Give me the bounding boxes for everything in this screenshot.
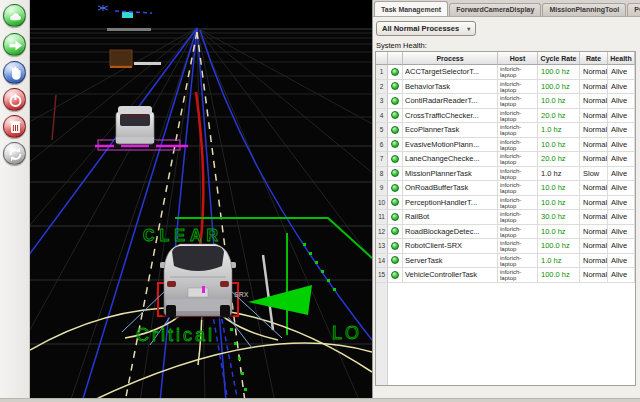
table-row[interactable]: 13 RobotClient-SRX inforich-laptop 100.0… (376, 239, 635, 254)
process-filter-dropdown[interactable]: All Normal Processes ▾ (376, 21, 476, 36)
table-header: Process Host Cycle Rate Rate Health (376, 52, 635, 65)
status-cell (388, 152, 403, 167)
health-status: Alive (608, 210, 635, 225)
status-cell (388, 109, 403, 124)
guardrail-segment (107, 28, 151, 31)
go-button[interactable] (3, 33, 26, 56)
scene-3d-viewport[interactable]: SRX CLEAR Critical LO (30, 0, 372, 402)
status-cell (388, 210, 403, 225)
status-cell (388, 65, 403, 80)
table-row[interactable]: 14 ServerTask inforich-laptop 1.0 hz Nor… (376, 254, 635, 269)
pan-button[interactable] (3, 61, 26, 84)
status-ok-icon (391, 184, 399, 192)
host-name: inforich-laptop (498, 152, 538, 167)
header-num (376, 52, 388, 65)
status-ok-icon (391, 256, 399, 264)
health-status: Alive (608, 268, 635, 283)
status-ok-icon (391, 97, 399, 105)
host-name: inforich-laptop (498, 196, 538, 211)
health-status: Alive (608, 239, 635, 254)
host-name: inforich-laptop (498, 210, 538, 225)
cycle-rate: 10.0 hz (538, 94, 580, 109)
row-number: 8 (376, 167, 388, 182)
status-cell (388, 225, 403, 240)
table-row[interactable]: 15 VehicleControllerTask inforich-laptop… (376, 268, 635, 283)
status-ok-icon (391, 169, 399, 177)
cycle-rate: 100.0 hz (538, 239, 580, 254)
cycle-rate: 100.0 hz (538, 65, 580, 80)
host-name: inforich-laptop (498, 181, 538, 196)
table-row[interactable]: 4 CrossTrafficChecker... inforich-laptop… (376, 109, 635, 124)
status-cell (388, 196, 403, 211)
process-name: EvasiveMotionPlann... (403, 138, 498, 153)
row-number: 12 (376, 225, 388, 240)
table-row[interactable]: 9 OnRoadBufferTask inforich-laptop 10.0 … (376, 181, 635, 196)
tab-mission-planning-tool[interactable]: MissionPlanningTool (542, 3, 626, 16)
process-name: MissionPlannerTask (403, 167, 498, 182)
status-ok-icon (391, 242, 399, 250)
rate-status: Normal (580, 254, 608, 269)
rate-status: Normal (580, 225, 608, 240)
table-row[interactable]: 10 PerceptionHandlerT... inforich-laptop… (376, 196, 635, 211)
health-status: Alive (608, 65, 635, 80)
row-number: 15 (376, 268, 388, 283)
row-number: 5 (376, 123, 388, 138)
header-health: Health (608, 52, 635, 65)
row-number: 4 (376, 109, 388, 124)
health-status: Alive (608, 94, 635, 109)
clear-status-label: CLEAR (143, 227, 223, 244)
tab-pob[interactable]: POB (627, 3, 640, 16)
obstacle-label-strip (134, 62, 161, 65)
row-number: 10 (376, 196, 388, 211)
tab-task-management[interactable]: Task Management (374, 1, 448, 16)
row-number: 13 (376, 239, 388, 254)
row-number: 9 (376, 181, 388, 196)
power-button[interactable] (3, 88, 26, 111)
status-ok-icon (391, 140, 399, 148)
status-cell (388, 239, 403, 254)
system-health-label: System Health: (376, 41, 640, 50)
chevron-down-icon: ▾ (467, 25, 470, 32)
rate-status: Normal (580, 80, 608, 95)
process-table-body: 1 ACCTargetSelectorT... inforich-laptop … (376, 65, 635, 283)
table-row[interactable]: 3 ContiRadarReaderT... inforich-laptop 1… (376, 94, 635, 109)
header-host: Host (498, 52, 538, 65)
health-status: Alive (608, 138, 635, 153)
cycle-rate: 10.0 hz (538, 225, 580, 240)
host-name: inforich-laptop (498, 80, 538, 95)
status-cell (388, 181, 403, 196)
cycle-rate: 1.0 hz (538, 167, 580, 182)
health-status: Alive (608, 167, 635, 182)
table-row[interactable]: 11 RailBot inforich-laptop 30.0 hz Norma… (376, 210, 635, 225)
table-row[interactable]: 8 MissionPlannerTask inforich-laptop 1.0… (376, 167, 635, 182)
row-number: 14 (376, 254, 388, 269)
start-button[interactable] (3, 4, 26, 27)
status-ok-icon (391, 271, 399, 279)
header-process: Process (403, 52, 498, 65)
host-name: inforich-laptop (498, 109, 538, 124)
process-name: BehaviorTask (403, 80, 498, 95)
kill-button[interactable] (3, 115, 26, 138)
process-name: OnRoadBufferTask (403, 181, 498, 196)
cycle-rate: 20.0 hz (538, 109, 580, 124)
host-name: inforich-laptop (498, 268, 538, 283)
table-row[interactable]: 1 ACCTargetSelectorT... inforich-laptop … (376, 65, 635, 80)
tab-forward-camera-display[interactable]: ForwardCameraDisplay (449, 3, 541, 16)
host-name: inforich-laptop (498, 239, 538, 254)
cycle-rate: 30.0 hz (538, 210, 580, 225)
rate-status: Normal (580, 138, 608, 153)
process-filter-value: All Normal Processes (382, 24, 459, 33)
rate-status: Normal (580, 181, 608, 196)
table-row[interactable]: 7 LaneChangeChecke... inforich-laptop 20… (376, 152, 635, 167)
process-table: Process Host Cycle Rate Rate Health 1 AC… (375, 51, 636, 386)
refresh-button[interactable] (3, 142, 26, 165)
table-row[interactable]: 12 RoadBlockageDetec... inforich-laptop … (376, 225, 635, 240)
process-name: RoadBlockageDetec... (403, 225, 498, 240)
table-row[interactable]: 6 EvasiveMotionPlann... inforich-laptop … (376, 138, 635, 153)
rate-status: Normal (580, 239, 608, 254)
table-row[interactable]: 2 BehaviorTask inforich-laptop 100.0 hz … (376, 80, 635, 95)
cyan-marker (122, 12, 133, 18)
refresh-icon (4, 143, 27, 166)
header-status (388, 52, 403, 65)
table-row[interactable]: 5 EcoPlannerTask inforich-laptop 1.0 hz … (376, 123, 635, 138)
